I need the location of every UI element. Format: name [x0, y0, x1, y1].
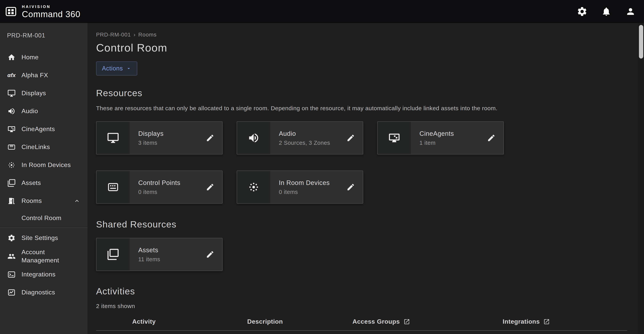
breadcrumb-separator: › — [134, 32, 136, 38]
sidebar-item-label: Diagnostics — [22, 288, 55, 297]
chevron-up-icon[interactable] — [74, 197, 80, 204]
actions-button-label: Actions — [102, 65, 123, 72]
card-subtitle: 0 items — [138, 189, 180, 195]
card-title: Control Points — [138, 179, 180, 187]
display-icon — [7, 89, 16, 97]
sidebar-item-label: Audio — [22, 107, 38, 115]
breadcrumb: PRD-RM-001 › Rooms — [96, 32, 638, 38]
in-room-devices-icon — [237, 171, 270, 203]
card-title: CineAgents — [420, 130, 454, 137]
external-link-icon[interactable] — [543, 319, 550, 325]
sidebar-item-account-management[interactable]: Account Management — [0, 247, 88, 266]
card-title: Audio — [279, 130, 330, 137]
sidebar-item-label: CineLinks — [22, 143, 50, 151]
sidebar-item-label: Displays — [22, 89, 46, 97]
sidebar-item-label: In Room Devices — [22, 161, 71, 169]
edit-icon[interactable] — [204, 181, 216, 193]
user-icon[interactable] — [624, 5, 637, 18]
notifications-icon[interactable] — [600, 5, 613, 18]
sidebar-item-audio[interactable]: Audio — [0, 102, 88, 120]
sidebar-item-cinelinks[interactable]: CineLinks — [0, 138, 88, 156]
sidebar-item-home[interactable]: Home — [0, 48, 88, 66]
sidebar-item-integrations[interactable]: Integrations — [0, 266, 88, 284]
haivision-logo-icon — [5, 6, 17, 17]
activities-table-header: Activity Description Access Groups Integ… — [96, 318, 627, 331]
sidebar-item-label: Control Room — [22, 214, 62, 222]
cineagents-icon — [7, 125, 16, 133]
resource-card-audio: Audio 2 Sources, 3 Zones — [237, 121, 363, 155]
settings-icon[interactable] — [576, 5, 588, 18]
header-cell-description: Description — [247, 318, 352, 325]
external-link-icon[interactable] — [404, 319, 410, 325]
card-subtitle: 11 items — [138, 256, 160, 263]
scrollbar-track[interactable] — [638, 23, 644, 334]
sidebar-item-label: Rooms — [22, 197, 42, 205]
sidebar-item-label: Account Management — [22, 248, 72, 264]
sidebar-item-site-settings[interactable]: Site Settings — [0, 229, 88, 247]
edit-icon[interactable] — [344, 181, 357, 193]
edit-icon[interactable] — [344, 132, 357, 144]
header-cell-access-groups: Access Groups — [352, 318, 502, 325]
caret-down-icon — [126, 66, 132, 71]
edit-icon[interactable] — [204, 132, 216, 144]
card-title: Displays — [138, 130, 164, 137]
breadcrumb-room[interactable]: PRD-RM-001 — [96, 32, 131, 38]
audio-icon — [237, 122, 270, 154]
cineagents-icon — [378, 122, 411, 154]
edit-icon[interactable] — [485, 132, 498, 144]
topbar: HAIVISION Command 360 — [0, 0, 644, 23]
sidebar: PRD-RM-001 Home αfx Alpha FX Displays Au… — [0, 23, 88, 334]
sidebar-item-rooms[interactable]: Rooms — [0, 192, 88, 210]
resource-card-cineagents: CineAgents 1 item — [377, 121, 504, 155]
card-title: Assets — [138, 246, 160, 254]
card-subtitle: 3 items — [138, 140, 164, 146]
control-points-icon — [96, 171, 130, 203]
product-name: Command 360 — [22, 10, 80, 18]
resource-card-in-room-devices: In Room Devices 0 items — [237, 171, 363, 204]
sidebar-item-control-room[interactable]: Control Room — [0, 210, 88, 226]
header-cell-integrations: Integrations — [502, 318, 627, 325]
rooms-icon — [7, 197, 16, 205]
sidebar-item-label: Home — [22, 53, 39, 61]
sidebar-divider — [0, 228, 88, 228]
gear-icon — [7, 234, 16, 242]
sidebar-item-cineagents[interactable]: CineAgents — [0, 120, 88, 138]
assets-icon — [7, 179, 16, 187]
site-label: PRD-RM-001 — [0, 30, 88, 41]
sidebar-item-in-room-devices[interactable]: In Room Devices — [0, 156, 88, 174]
breadcrumb-section[interactable]: Rooms — [138, 32, 156, 38]
edit-icon[interactable] — [204, 248, 216, 261]
scrollbar-thumb[interactable] — [639, 25, 643, 58]
brand-name: HAIVISION — [22, 5, 80, 8]
terminal-icon — [7, 270, 16, 279]
display-icon — [96, 122, 130, 154]
resource-card-control-points: Control Points 0 items — [96, 171, 222, 204]
actions-button[interactable]: Actions — [96, 61, 137, 75]
alpha-fx-icon: αfx — [7, 72, 16, 78]
shared-card-assets: Assets 11 items — [96, 238, 222, 271]
main-content: PRD-RM-001 › Rooms Control Room Actions … — [88, 23, 638, 334]
haivision-brand: HAIVISION Command 360 — [5, 5, 80, 18]
assets-icon — [96, 238, 130, 271]
sidebar-item-assets[interactable]: Assets — [0, 174, 88, 192]
sidebar-item-diagnostics[interactable]: Diagnostics — [0, 284, 88, 302]
sidebar-item-alpha-fx[interactable]: αfx Alpha FX — [0, 66, 88, 84]
header-cell-activity: Activity — [132, 318, 247, 325]
card-subtitle: 2 Sources, 3 Zones — [279, 140, 330, 146]
diagnostics-icon — [7, 288, 16, 297]
sidebar-item-label: Integrations — [22, 270, 56, 279]
shared-resources-card-grid: Assets 11 items — [96, 238, 638, 271]
activities-table: Activity Description Access Groups Integ… — [96, 318, 627, 334]
resource-card-displays: Displays 3 items — [96, 121, 222, 155]
table-row: Activity 1 Activity Description Hai Root… — [96, 331, 627, 334]
card-title: In Room Devices — [279, 179, 330, 187]
in-room-devices-icon — [7, 161, 16, 169]
cinelinks-icon — [7, 143, 16, 151]
resources-heading: Resources — [96, 88, 638, 98]
page-title: Control Room — [96, 41, 638, 54]
sidebar-item-displays[interactable]: Displays — [0, 84, 88, 102]
resources-description: These are resources that can only be all… — [96, 105, 638, 112]
card-subtitle: 0 items — [279, 189, 330, 195]
sidebar-item-label: Assets — [22, 179, 41, 187]
sidebar-item-label: Site Settings — [22, 234, 58, 242]
